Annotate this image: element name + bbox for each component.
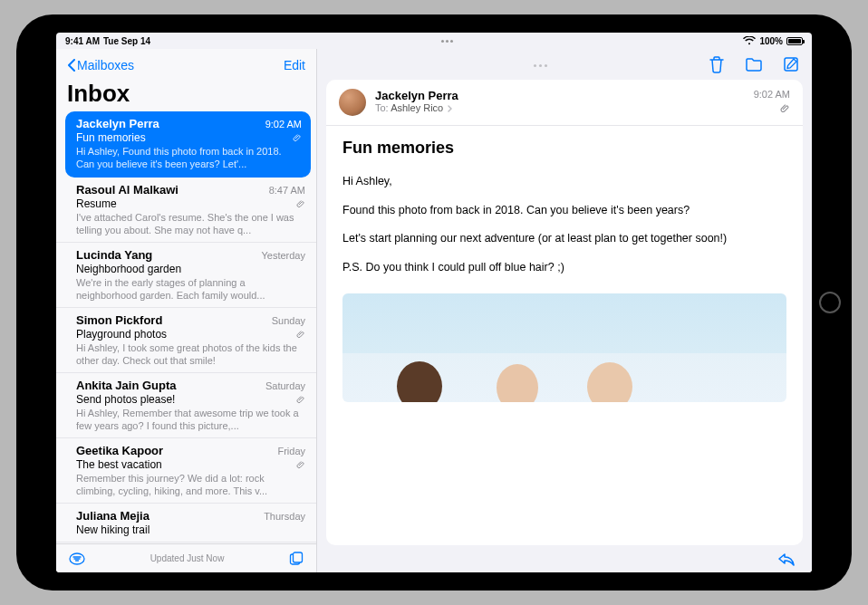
inbox-title: Inbox: [67, 78, 305, 111]
message-time: 8:47 AM: [269, 185, 305, 196]
message-item[interactable]: Lucinda YangYesterday Neighborhood garde…: [56, 243, 316, 308]
screen: 9:41 AM Tue Sep 14 100%: [56, 33, 812, 572]
message-preview: I've attached Carol's resume. She's the …: [76, 211, 305, 236]
mail-body[interactable]: Fun memories Hi Ashley, Found this photo…: [326, 126, 803, 545]
message-time: Sunday: [272, 315, 305, 326]
message-list[interactable]: Jackelyn Perra 9:02 AM Fun memories Hi A…: [56, 111, 316, 543]
attachment-icon: [296, 395, 305, 404]
mail-header[interactable]: Jackelyn Perra To: Ashley Rico 9:02 AM: [326, 80, 803, 126]
mail-text: Hi Ashley, Found this photo from back in…: [342, 174, 786, 288]
message-sender: Jackelyn Perra: [76, 117, 159, 130]
message-subject: Resume: [76, 197, 117, 210]
message-preview: Hi Ashley, Remember that awesome trip we…: [76, 407, 305, 432]
mail-paragraph: P.S. Do you think I could pull off blue …: [342, 260, 786, 276]
message-sender: Ankita Jain Gupta: [76, 379, 177, 392]
edit-button[interactable]: Edit: [284, 58, 305, 72]
mail-app: Mailboxes Edit Inbox Jackelyn Perra 9:02…: [56, 49, 812, 572]
message-sender: Simon Pickford: [76, 313, 162, 327]
svg-rect-2: [294, 552, 303, 562]
message-item[interactable]: Ankita Jain GuptaSaturday Send photos pl…: [56, 373, 316, 438]
attachment-icon: [296, 330, 305, 339]
message-preview: Hi Ashley, I took some great photos of t…: [76, 341, 305, 367]
attachment-icon: [296, 460, 305, 469]
message-item[interactable]: Rasoul Al Malkawi8:47 AM Resume I've att…: [56, 178, 316, 243]
delete-button[interactable]: [709, 55, 725, 73]
message-subject: Send photos please!: [76, 393, 175, 406]
sidebar-footer: Updated Just Now: [56, 543, 316, 572]
attachment-icon: [296, 199, 305, 208]
message-time: Thursday: [264, 511, 305, 522]
message-time: Saturday: [265, 380, 305, 391]
message-subject: Fun memories: [76, 131, 146, 144]
message-subject: Playground photos: [76, 328, 167, 341]
status-time: 9:41 AM: [65, 36, 100, 46]
chevron-left-icon: [67, 59, 75, 72]
reply-button[interactable]: [777, 552, 796, 566]
to-name: Ashley Rico: [391, 102, 443, 113]
compose-button[interactable]: [783, 56, 799, 72]
message-preview: We're in the early stages of planning a …: [76, 276, 305, 302]
attachment-icon: [293, 133, 302, 142]
sidebar: Mailboxes Edit Inbox Jackelyn Perra 9:02…: [56, 49, 317, 572]
message-item[interactable]: Jackelyn Perra 9:02 AM Fun memories Hi A…: [65, 111, 311, 178]
to-label: To:: [375, 102, 389, 113]
sender-avatar[interactable]: [339, 89, 366, 116]
message-time: Friday: [277, 446, 305, 456]
detail-toolbar: [317, 49, 812, 80]
status-date: Tue Sep 14: [103, 36, 150, 46]
message-sender: Juliana Mejia: [76, 509, 149, 523]
sync-status: Updated Just Now: [150, 553, 225, 563]
message-sender: Geetika Kapoor: [76, 444, 163, 457]
message-item[interactable]: Juliana MejiaThursday New hiking trail: [56, 504, 316, 543]
wifi-icon: [743, 36, 756, 45]
status-bar: 9:41 AM Tue Sep 14 100%: [56, 33, 812, 49]
mail-paragraph: Found this photo from back in 2018. Can …: [342, 203, 786, 219]
mail-time: 9:02 AM: [754, 89, 790, 100]
message-subject: The best vacation: [76, 458, 162, 471]
mail-paragraph: Hi Ashley,: [342, 174, 786, 190]
mail-to[interactable]: To: Ashley Rico: [375, 102, 790, 113]
message-subject: Neighborhood garden: [76, 263, 181, 275]
home-button[interactable]: [819, 292, 841, 313]
back-to-mailboxes[interactable]: Mailboxes: [67, 58, 134, 72]
message-time: 9:02 AM: [265, 119, 302, 130]
message-preview: Hi Ashley, Found this photo from back in…: [76, 145, 302, 170]
filter-button[interactable]: [69, 552, 85, 565]
message-item[interactable]: Geetika KapoorFriday The best vacation R…: [56, 438, 316, 504]
detail-footer: [317, 545, 812, 572]
battery-icon: [786, 37, 803, 45]
message-sender: Rasoul Al Malkawi: [76, 183, 178, 197]
multitask-indicator[interactable]: [150, 40, 743, 43]
message-time: Yesterday: [261, 250, 305, 261]
move-button[interactable]: [745, 57, 763, 72]
ipad-frame: 9:41 AM Tue Sep 14 100%: [16, 14, 852, 591]
mail-paragraph: Let's start planning our next adventure …: [342, 231, 786, 247]
message-item[interactable]: Simon PickfordSunday Playground photos H…: [56, 308, 316, 373]
mail-from: Jackelyn Perra: [375, 89, 790, 102]
new-mailbox-button[interactable]: [289, 552, 304, 566]
battery-percent: 100%: [759, 36, 783, 46]
mail-card: Jackelyn Perra To: Ashley Rico 9:02 AM: [326, 80, 803, 545]
mail-detail-pane: Jackelyn Perra To: Ashley Rico 9:02 AM: [317, 49, 812, 572]
multitask-dots[interactable]: [371, 62, 709, 67]
attachment-icon: [780, 103, 790, 113]
message-subject: New hiking trail: [76, 523, 149, 536]
mail-subject: Fun memories: [342, 139, 786, 158]
chevron-right-icon: [448, 105, 453, 112]
back-label: Mailboxes: [77, 58, 134, 72]
message-sender: Lucinda Yang: [76, 248, 152, 262]
message-preview: Remember this journey? We did a lot: roc…: [76, 472, 305, 497]
attached-photo[interactable]: [342, 293, 786, 402]
